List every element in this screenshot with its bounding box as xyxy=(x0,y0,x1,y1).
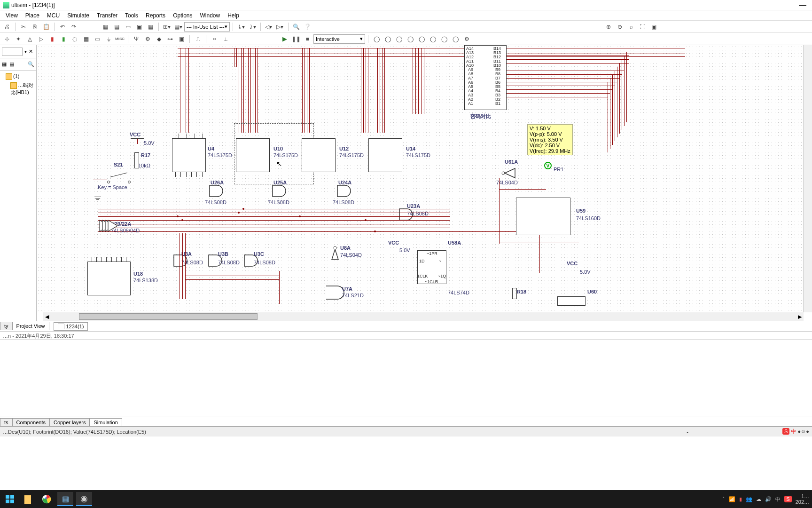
gate-u26a[interactable] xyxy=(209,184,227,198)
fullscreen-icon[interactable]: ▣ xyxy=(648,22,659,32)
taskbar-chrome[interactable] xyxy=(39,492,55,506)
menu-help[interactable]: Help xyxy=(224,11,243,20)
ss-tab-b[interactable]: Components xyxy=(12,418,50,426)
sheet-icon[interactable]: ▦ xyxy=(100,22,110,32)
tray-up-icon[interactable]: ˄ xyxy=(722,496,725,502)
sheet-tab[interactable]: 1234(1) xyxy=(54,322,88,331)
spreadsheet-view[interactable] xyxy=(0,340,812,416)
start-button[interactable] xyxy=(3,492,17,506)
zoom-fit-icon[interactable]: ⛶ xyxy=(637,22,648,32)
titleblock-icon[interactable]: ▣ xyxy=(134,22,144,32)
place-mixed-icon[interactable]: ▦ xyxy=(81,34,91,44)
place-ni-icon[interactable]: ◆ xyxy=(154,34,164,44)
sidebar-tab-a[interactable]: ty xyxy=(0,322,13,330)
ss-tab-c[interactable]: Copper layers xyxy=(49,418,90,426)
db-icon[interactable]: ▦ xyxy=(145,22,156,32)
tray-rec-icon[interactable]: ▮ xyxy=(739,496,742,502)
gate-u8a[interactable] xyxy=(325,246,341,262)
sidebar-combo[interactable] xyxy=(2,48,23,56)
place-cmos-icon[interactable]: ▮ xyxy=(58,34,69,44)
stop-button[interactable]: ■ xyxy=(302,34,312,44)
menu-window[interactable]: Window xyxy=(196,11,224,20)
search-icon[interactable]: 🔍 xyxy=(291,22,302,32)
tree-child[interactable]: …码对比(HB1) xyxy=(2,81,34,97)
run-button[interactable]: ▶ xyxy=(280,34,290,44)
tray-ime-icon[interactable]: 中 xyxy=(775,496,781,503)
analysis-2-icon[interactable]: ◯ xyxy=(383,34,393,44)
toolbox-icon-1[interactable]: ▦ xyxy=(2,61,7,67)
menu-simulate[interactable]: Simulate xyxy=(63,11,93,20)
tray-net-icon[interactable]: 📶 xyxy=(729,496,735,502)
analysis-7-icon[interactable]: ◯ xyxy=(439,34,449,44)
place-mcu-icon[interactable]: ▣ xyxy=(176,34,187,44)
gate-u25a[interactable] xyxy=(272,184,290,198)
place-basic-icon[interactable]: ⊹ xyxy=(2,34,12,44)
goto-next-icon[interactable]: ▷▾ xyxy=(275,22,285,32)
print-icon[interactable]: 🖨 xyxy=(2,22,12,32)
place-junction-icon[interactable]: ⟂ xyxy=(220,34,231,44)
place-bus-icon[interactable]: ╍ xyxy=(209,34,219,44)
probe-pr1[interactable]: V xyxy=(544,162,552,169)
settings-icon[interactable]: ⚙ xyxy=(461,34,472,44)
schematic-canvas[interactable]: 密码对比 A14 A13 A12 A11 A10 A9 A8 A7 A6 A5 … xyxy=(37,45,804,312)
analysis-5-icon[interactable]: ◯ xyxy=(416,34,427,44)
zoom-out-icon[interactable]: ⊖ xyxy=(615,22,625,32)
toolbox-icon-2[interactable]: ▤ xyxy=(9,61,14,67)
tray-sogou-icon[interactable]: S xyxy=(784,496,791,502)
place-analog-icon[interactable]: ▷ xyxy=(36,34,46,44)
add-sheet-icon[interactable]: ⊞▾ xyxy=(162,22,172,32)
place-rf-icon[interactable]: Ψ xyxy=(131,34,141,44)
place-hierarchy-icon[interactable]: ⎍ xyxy=(193,34,203,44)
hierarchy-tree[interactable]: (1) …码对比(HB1) xyxy=(0,71,36,321)
place-pwr-icon[interactable]: ⏚ xyxy=(103,34,114,44)
analysis-1-icon[interactable]: ◯ xyxy=(371,34,382,44)
place-electromech-icon[interactable]: ⚙ xyxy=(142,34,153,44)
zoom-area-icon[interactable]: ⌕ xyxy=(626,22,636,32)
horizontal-scrollbar[interactable]: ◀ ▶ xyxy=(43,312,804,321)
chip-u10[interactable] xyxy=(236,138,270,172)
pause-button[interactable]: ❚❚ xyxy=(291,34,301,44)
chip-u60[interactable] xyxy=(557,296,586,306)
inv-array[interactable] xyxy=(98,219,126,234)
paste-icon[interactable]: 📋 xyxy=(41,22,51,32)
minimize-button[interactable]: ― xyxy=(796,1,809,9)
tool-a-icon[interactable]: ⤹▾ xyxy=(236,22,246,32)
cut-icon[interactable]: ✂ xyxy=(18,22,29,32)
place-diode-icon[interactable]: ✦ xyxy=(13,34,23,44)
gate-u24a[interactable] xyxy=(336,184,355,198)
gate-u7a[interactable] xyxy=(324,285,343,301)
menu-reports[interactable]: Reports xyxy=(142,11,169,20)
gate-u3b[interactable] xyxy=(208,254,226,268)
place-ind-icon[interactable]: ▭ xyxy=(92,34,102,44)
analysis-3-icon[interactable]: ◯ xyxy=(394,34,404,44)
system-tray[interactable]: ˄ 📶 ▮ 👥 ☁ 🔊 中 S 1… 202… xyxy=(722,493,809,505)
mode-combo[interactable]: Interactive▾ xyxy=(313,34,365,44)
zoom-in-icon[interactable]: ⊕ xyxy=(603,22,614,32)
gate-u3c[interactable] xyxy=(243,254,262,268)
menu-transfer[interactable]: Transfer xyxy=(93,11,121,20)
toolbox-icon-3[interactable]: 🔍 xyxy=(28,61,34,67)
copy-icon[interactable]: ⎘ xyxy=(30,22,40,32)
tray-cloud-icon[interactable]: ☁ xyxy=(756,496,761,502)
taskbar-obs[interactable]: ◉ xyxy=(76,492,92,506)
border-icon[interactable]: ▭ xyxy=(123,22,133,32)
place-conn-icon[interactable]: ⊶ xyxy=(165,34,175,44)
tray-vol-icon[interactable]: 🔊 xyxy=(765,496,772,502)
menu-options[interactable]: Options xyxy=(169,11,196,20)
analysis-4-icon[interactable]: ◯ xyxy=(405,34,415,44)
chip-u4[interactable] xyxy=(172,138,206,172)
ss-tab-d[interactable]: Simulation xyxy=(89,418,122,426)
chip-u12[interactable] xyxy=(302,138,336,172)
ss-tab-a[interactable]: ts xyxy=(0,418,13,426)
tree-root[interactable]: (1) xyxy=(2,72,34,81)
menu-tools[interactable]: Tools xyxy=(121,11,142,20)
place-ttl-icon[interactable]: ▮ xyxy=(47,34,57,44)
group-icon[interactable]: ▤▾ xyxy=(173,22,183,32)
tray-people-icon[interactable]: 👥 xyxy=(746,496,752,502)
menu-mcu[interactable]: MCU xyxy=(43,11,63,20)
close-panel-icon[interactable]: ✕ xyxy=(29,48,33,55)
help-icon[interactable]: ❔ xyxy=(303,22,313,32)
chip-u59[interactable] xyxy=(516,198,570,235)
undo-icon[interactable]: ↶ xyxy=(57,22,68,32)
goto-prev-icon[interactable]: ◁▾ xyxy=(264,22,274,32)
